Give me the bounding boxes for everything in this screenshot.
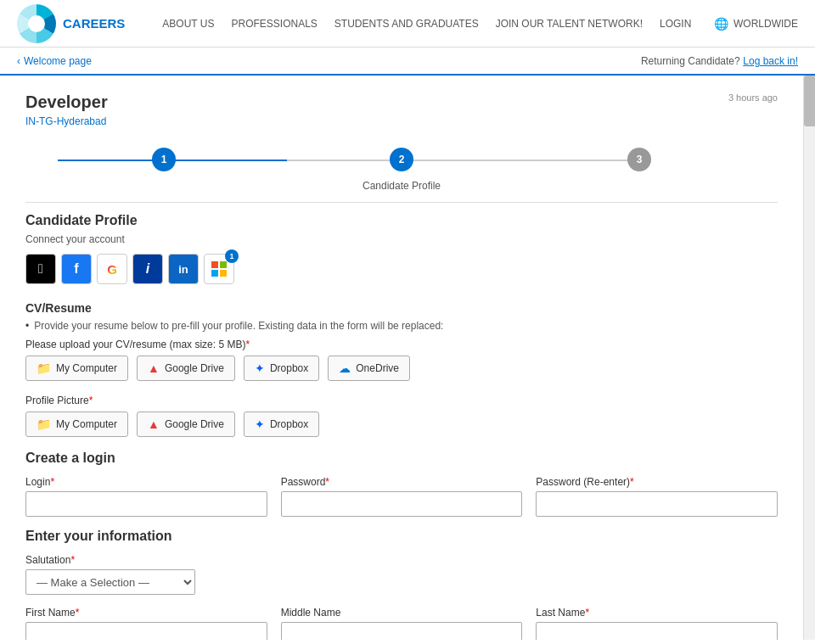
cv-google-drive-label: Google Drive [165, 362, 224, 374]
pic-dropbox-button[interactable]: ✦ Dropbox [244, 412, 319, 437]
salutation-required: * [70, 554, 75, 566]
connect-account-label: Connect your account [25, 233, 778, 245]
last-name-label: Last Name* [536, 607, 778, 619]
main-content: Developer IN-TG-Hyderabad 3 hours ago 1 … [0, 76, 815, 640]
cv-required-mark: * [245, 339, 250, 350]
dropbox-icon-pic: ✦ [255, 417, 265, 431]
apple-connect-button[interactable]:  [25, 254, 56, 284]
linkedin-icon: in [178, 263, 188, 276]
cv-note: Provide your resume below to pre-fill yo… [25, 320, 778, 332]
salutation-field: Salutation* — Make a Selection — Mr. Ms.… [25, 554, 195, 595]
google-connect-button[interactable]: G [97, 254, 127, 284]
salutation-select[interactable]: — Make a Selection — Mr. Ms. Mrs. Dr. Pr… [25, 569, 195, 595]
job-meta: Developer IN-TG-Hyderabad 3 hours ago [25, 92, 778, 127]
nav-talent-network[interactable]: JOIN OUR TALENT NETWORK! [496, 18, 643, 30]
password-required: * [325, 476, 329, 488]
globe-icon: 🌐 [714, 17, 728, 31]
login-form-row: Login* Password* Password (Re-enter)* [25, 476, 778, 517]
reenter-required: * [630, 476, 634, 488]
indeed-connect-button[interactable]: i [132, 254, 163, 284]
first-name-label: First Name* [25, 607, 267, 619]
dropbox-icon: ✦ [255, 361, 265, 375]
profile-pic-label: Profile Picture* [25, 395, 778, 406]
nav-professionals[interactable]: PROFESSIONALS [231, 18, 317, 30]
password-input[interactable] [281, 491, 523, 517]
middle-name-input[interactable] [281, 622, 523, 640]
cv-google-drive-button[interactable]: ▲ Google Drive [137, 356, 235, 381]
cv-upload-buttons: 📁 My Computer ▲ Google Drive ✦ Dropbox ☁… [25, 356, 778, 381]
profile-pic-required: * [89, 395, 93, 406]
linkedin-connect-button[interactable]: in [168, 254, 199, 284]
back-link-label[interactable]: Welcome page [24, 55, 92, 67]
cv-resume-title: CV/Resume [25, 301, 778, 315]
facebook-connect-button[interactable]: f [61, 254, 92, 284]
microsoft-icon [211, 261, 227, 277]
step-2-circle: 2 [390, 148, 413, 171]
cv-my-computer-button[interactable]: 📁 My Computer [25, 356, 128, 381]
profile-pic-buttons: 📁 My Computer ▲ Google Drive ✦ Dropbox [25, 412, 778, 437]
name-form-row: First Name* Middle Name Last Name* [25, 607, 778, 640]
first-name-required: * [76, 607, 80, 619]
google-icon: G [107, 262, 117, 277]
gdrive-icon: ▲ [148, 361, 160, 375]
back-link[interactable]: ‹ Welcome page [17, 55, 92, 67]
microsoft-connect-button[interactable]: 1 [204, 254, 234, 284]
cv-onedrive-button[interactable]: ☁ OneDrive [328, 356, 410, 381]
first-name-input[interactable] [25, 622, 267, 640]
first-name-field: First Name* [25, 607, 267, 640]
pic-google-drive-button[interactable]: ▲ Google Drive [137, 412, 235, 437]
gdrive-icon-pic: ▲ [148, 417, 160, 431]
scrollbar-thumb[interactable] [804, 76, 815, 126]
log-back-link[interactable]: Log back in! [743, 55, 798, 67]
scrollbar-track[interactable] [803, 76, 815, 640]
candidate-profile-title: Candidate Profile [25, 213, 778, 228]
step-3-circle: 3 [627, 148, 651, 171]
enter-info-title: Enter your information [25, 529, 778, 544]
back-arrow-icon: ‹ [17, 55, 20, 67]
reenter-password-input[interactable] [536, 491, 778, 517]
cv-upload-label: Please upload your CV/resume (max size: … [25, 339, 778, 350]
last-name-required: * [585, 607, 589, 619]
indeed-icon: i [146, 261, 149, 277]
pic-my-computer-button[interactable]: 📁 My Computer [25, 412, 128, 437]
nav-about-us[interactable]: ABOUT US [162, 18, 214, 30]
cv-onedrive-label: OneDrive [356, 362, 399, 374]
stepper-container: 1 2 3 Candidate Profile [25, 141, 778, 192]
nav-students[interactable]: STUDENTS AND GRADUATES [334, 18, 479, 30]
folder-icon-pic: 📁 [37, 417, 51, 431]
login-field: Login* [25, 476, 267, 517]
job-posted-time: 3 hours ago [728, 92, 778, 103]
worldwide-label[interactable]: WORLDWIDE [734, 18, 798, 30]
divider [25, 202, 778, 203]
content-area: Developer IN-TG-Hyderabad 3 hours ago 1 … [0, 76, 803, 640]
create-login-title: Create a login [25, 451, 778, 466]
login-input[interactable] [25, 491, 267, 517]
social-connect-buttons:  f G i in [25, 254, 778, 284]
middle-name-label: Middle Name [281, 607, 523, 619]
login-required: * [50, 476, 54, 488]
sub-header: ‹ Welcome page Returning Candidate? Log … [0, 48, 815, 76]
step-1-circle: 1 [152, 148, 176, 171]
step-2: 2 [390, 148, 413, 171]
logo-area: CAREERS [17, 4, 145, 43]
middle-name-field: Middle Name [281, 607, 523, 640]
nav-right: 🌐 WORLDWIDE [714, 17, 798, 31]
cv-dropbox-button[interactable]: ✦ Dropbox [244, 356, 319, 381]
cv-dropbox-label: Dropbox [270, 362, 308, 374]
step-1: 1 [152, 148, 176, 171]
password-field: Password* [281, 476, 523, 517]
onedrive-icon: ☁ [339, 361, 351, 375]
reenter-password-field: Password (Re-enter)* [536, 476, 778, 517]
returning-text: Returning Candidate? [641, 55, 740, 67]
cv-my-computer-label: My Computer [56, 362, 117, 374]
job-title: Developer [25, 92, 108, 112]
password-label: Password* [281, 476, 523, 488]
returning-candidate-area: Returning Candidate? Log back in! [641, 54, 798, 67]
careers-nav-label[interactable]: CAREERS [63, 16, 125, 31]
main-header: CAREERS ABOUT US PROFESSIONALS STUDENTS … [0, 0, 815, 48]
folder-icon: 📁 [37, 361, 51, 375]
last-name-input[interactable] [536, 622, 778, 640]
pic-google-drive-label: Google Drive [165, 418, 224, 430]
nav-login[interactable]: LOGIN [660, 18, 691, 30]
microsoft-badge: 1 [225, 249, 239, 263]
